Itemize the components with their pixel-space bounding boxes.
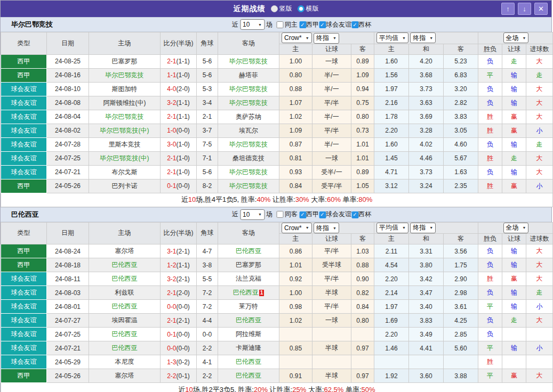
avg-select[interactable]: 平均值▼ [376,32,408,43]
odds-away: 1.05 [351,179,374,193]
close-button[interactable]: ✕ [534,3,548,15]
league-badge: 西甲 [1,258,47,272]
home-team-cell: 巴伦西亚 [89,272,161,286]
odds-time-select[interactable]: 终指▼ [314,33,339,44]
league-checkbox-label: 西甲 [306,21,319,28]
match-date: 24-08-02 [47,124,89,137]
avg-away [444,355,478,369]
odds-handicap: 受半/一 [312,165,351,179]
avg-home: 2.16 [374,96,409,110]
fulltime-score: 2-1 [167,317,176,324]
fulltime-select[interactable]: 全场▼ [503,32,529,43]
match-date: 24-07-28 [47,137,89,151]
same-venue-checkbox[interactable] [276,21,283,28]
away-team-name: 巴伦西亚 [236,316,261,324]
summary-stat-label: 让胜率: [270,195,295,203]
col-away: 客场 [218,222,279,244]
away-team-cell: 毕尔巴鄂竞技 [218,137,279,151]
col-avg-home: 主 [374,44,409,54]
home-team-cell: 巴伦西亚 [89,258,161,272]
fulltime-score: 0-1 [167,182,176,190]
result-handicap: 输 [502,82,526,96]
move-up-button[interactable]: ↑ [501,3,515,15]
avg-draw: 3.83 [409,314,444,328]
league-badge: 球会友谊 [1,328,47,341]
league-checkbox[interactable]: ✓ [299,211,306,218]
caret-down-icon: ▼ [523,36,526,40]
summary-stat-value: 40% [257,195,270,203]
away-team-cell: 桑坦德竞技 [218,151,279,165]
away-team-cell: 埃瓦尔 [218,124,279,137]
titlebar: 近期战绩 竖版 横版 ↑ ↓ ✕ [1,1,551,17]
league-checkbox[interactable]: ✓ [351,21,358,28]
move-down-button[interactable]: ↓ [518,3,531,15]
league-badge: 球会友谊 [1,82,47,96]
result-goals: 走 [526,68,553,82]
summary-stat-label: 近 [178,386,185,392]
odds-home: 1.02 [279,110,312,124]
col-result-handicap: 让球 [502,234,526,244]
home-team-name: 毕尔巴鄂竞技(中) [100,127,149,134]
result-outcome: 平 [478,68,502,82]
home-team-cell: 巴伦西亚 [89,300,161,314]
match-row: 球会友谊24-07-21巴伦西亚0-0(0-0)2-2卡斯迪隆0.85半球0.9… [1,341,553,355]
odds-away: 0.89 [351,54,374,68]
col-result-goals: 进球数 [526,234,553,244]
halftime-score: (0-0) [177,182,190,190]
col-result-outcome: 胜负 [478,44,502,54]
radio-vertical-layout[interactable]: 竖版 [271,4,292,13]
avg-time-select[interactable]: 终指▼ [410,32,436,43]
odds-company-select[interactable]: Crow*▼ [282,32,312,43]
odds-company-select[interactable]: Crow*▼ [282,223,312,233]
radio-icon[interactable] [298,5,304,12]
halftime-score: (1-1) [177,262,190,269]
avg-select[interactable]: 平均值▼ [376,223,408,233]
match-count-select[interactable]: 10▼ [240,209,265,220]
same-venue-checkbox[interactable] [276,211,283,218]
match-count-select[interactable]: 10▼ [240,19,265,30]
results-table: 类型 日期 主场 比分(半场) 角球 客场 Crow*▼ 终指▼ 平均值▼ 终指… [1,32,553,207]
summary-row: 近10场,胜4平1负5, 胜率:40% 让胜率:30% 大率:60% 单率:80… [1,193,553,207]
panel-title: 近期战绩 [234,4,266,14]
result-handicap: 走 [502,54,526,68]
league-checkbox[interactable]: ✓ [299,21,306,28]
fulltime-select[interactable]: 全场▼ [503,223,529,233]
avg-time-select[interactable]: 终指▼ [410,223,436,233]
result-outcome: 胜 [478,179,502,193]
league-checkbox[interactable]: ✓ [351,211,358,218]
col-odds-home: 主 [279,234,312,244]
radio-horizontal-layout[interactable]: 横版 [298,4,319,13]
result-outcome: 负 [478,328,502,341]
match-date: 24-08-25 [47,54,89,68]
table-body: 西甲24-08-25巴塞罗那2-1(1-1)5-6毕尔巴鄂竞技1.00一球0.8… [1,54,553,207]
avg-draw: 3.73 [409,165,444,179]
avg-away: 6.83 [444,68,478,82]
summary-row: 近10场,胜2平3负5, 胜率:20% 让胜率:25% 大率:62.5% 单率:… [1,383,553,392]
league-checkbox[interactable]: ✓ [319,21,326,28]
odds-away: 1.01 [351,151,374,165]
summary-stat-value: 10 [188,195,196,203]
match-score: 0-1(0-0) [161,328,197,341]
away-team-name: 巴伦西亚 [236,247,261,255]
odds-handicap: 半球 [312,286,351,300]
avg-away: 2.90 [444,272,478,286]
odds-time-select[interactable]: 终指▼ [314,223,339,233]
odds-handicap: 一球 [312,314,351,328]
col-odds-home: 主 [279,44,312,54]
match-row: 球会友谊24-08-01巴伦西亚0-0(0-0)7-2莱万特0.98平/半0.8… [1,300,553,314]
radio-icon[interactable] [271,5,278,12]
result-goals: 小 [526,341,553,355]
col-home: 主场 [89,222,161,244]
away-team-name: 毕尔巴鄂竞技 [229,99,268,107]
avg-home [374,355,409,369]
match-score: 2-1(1-1) [161,54,197,68]
avg-away: 3.61 [444,300,478,314]
layout-radio-group: 竖版 横版 [271,4,319,13]
result-outcome: 负 [478,137,502,151]
odds-home: 1.09 [279,124,312,137]
away-team-cell: 卡斯迪隆 [218,341,279,355]
avg-away: 5.23 [444,54,478,68]
fulltime-score: 2-1 [167,289,176,297]
result-outcome: 平 [478,300,502,314]
league-checkbox[interactable]: ✓ [319,211,326,218]
